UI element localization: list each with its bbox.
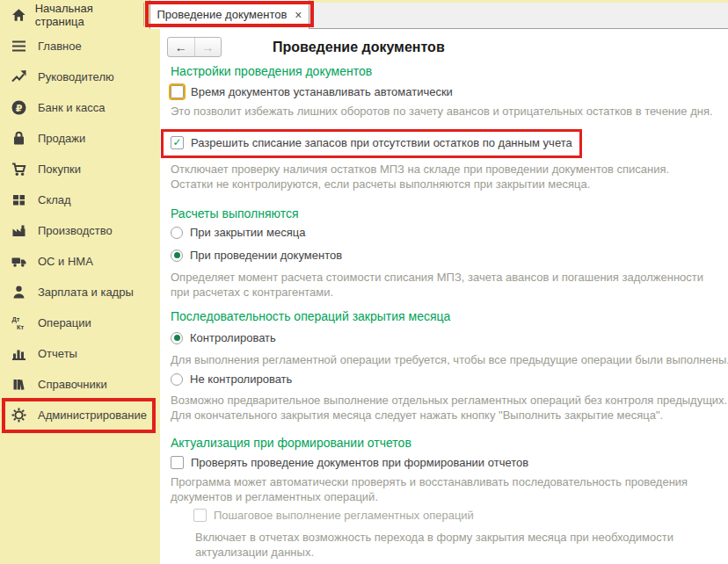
forward-button[interactable]: →	[195, 38, 222, 56]
tab-bar-top-strip	[309, 0, 728, 3]
checkbox-label: Пошаговое выполнение регламентных операц…	[214, 509, 474, 522]
sidebar-item-os-i-nma[interactable]: ОС и НМА	[0, 246, 160, 277]
sidebar-item-administrirovanie[interactable]: Администрирование	[0, 400, 160, 430]
hint-stepwise-line2: актуализации данных.	[195, 546, 314, 559]
radio-control[interactable]	[171, 332, 183, 344]
active-tab-label: Проведение документов	[157, 8, 287, 21]
sidebar-item-operacii[interactable]: Дт Кт Операции	[0, 307, 160, 338]
hint-calculations-line1: Определяет момент расчета стоимости спис…	[171, 271, 703, 284]
home-icon	[11, 8, 26, 22]
hint-auto-time: Это позволит избежать лишних оборотов по…	[171, 105, 713, 118]
tab-separator	[143, 3, 144, 26]
factory-icon	[11, 223, 26, 238]
gear-icon	[11, 408, 26, 423]
truck-icon	[11, 254, 26, 269]
hint-no-control-line2: Для окончательного закрытия месяца следу…	[171, 409, 663, 422]
tab-home[interactable]: Начальная страница	[0, 0, 143, 29]
hint-control: Для выполнения регламентной операции тре…	[171, 353, 728, 366]
radio-month-close[interactable]	[171, 227, 183, 239]
bar-chart-icon	[11, 346, 26, 361]
bag-icon	[11, 131, 26, 146]
radio-label: При проведении документов	[190, 249, 342, 262]
sidebar-item-label: Администрирование	[38, 409, 147, 422]
sidebar-item-label: Руководителю	[38, 70, 114, 83]
home-tab-label: Начальная страница	[35, 2, 143, 28]
section-header-calculations: Расчеты выполняются	[171, 206, 299, 221]
dtkt-icon: Дт Кт	[11, 315, 26, 330]
radio-row-control[interactable]: Контролировать	[171, 331, 276, 344]
sidebar-item-bank-i-kassa[interactable]: ₽ Банк и касса	[0, 92, 160, 123]
radio-label: Контролировать	[190, 331, 276, 344]
tab-bar: Начальная страница Проведение документов…	[0, 0, 728, 29]
grid-icon	[11, 192, 26, 207]
checkbox-row-check-posting[interactable]: Проверять проведение документов при форм…	[171, 456, 528, 469]
page-title: Проведение документов	[273, 40, 445, 55]
ruble-icon: ₽	[11, 100, 26, 115]
person-icon	[11, 285, 26, 300]
sidebar-item-label: Операции	[38, 316, 91, 329]
sidebar-item-label: Покупки	[38, 163, 81, 176]
checkbox-label: Проверять проведение документов при форм…	[191, 456, 528, 469]
radio-row-month-close[interactable]: При закрытии месяца	[171, 226, 305, 239]
hint-no-control-line1: Возможно предварительное выполнение отде…	[171, 394, 727, 407]
sidebar-item-prodazhi[interactable]: Продажи	[0, 123, 160, 154]
checkbox-stepwise	[193, 509, 207, 522]
sidebar-item-rukovoditelyu[interactable]: Руководителю	[0, 61, 160, 92]
radio-label: При закрытии месяца	[190, 226, 305, 239]
tab-bar-empty-area	[309, 0, 728, 29]
checkbox-row-stepwise: Пошаговое выполнение регламентных операц…	[193, 509, 474, 522]
hint-check-posting-line1: Программа может автоматически проверять …	[171, 475, 688, 488]
sidebar-item-label: ОС и НМА	[38, 255, 93, 268]
hint-stepwise-line1: Включает в отчетах возможность перехода …	[195, 531, 673, 544]
sidebar-item-proizvodstvo[interactable]: Производство	[0, 215, 160, 246]
books-icon	[11, 377, 26, 392]
checkbox-row-auto-time[interactable]: Время документов устанавливать автоматич…	[171, 85, 453, 98]
sidebar-item-label: Главное	[38, 40, 82, 53]
sidebar-item-label: Продажи	[38, 132, 85, 145]
settings-panel: ← → Проведение документов Настройки пров…	[160, 29, 728, 564]
svg-text:Кт: Кт	[17, 323, 25, 331]
history-nav: ← →	[167, 37, 222, 57]
sidebar-item-zarplata-i-kadry[interactable]: Зарплата и кадры	[0, 277, 160, 307]
section-header-actualization: Актуализация при формировании отчетов	[171, 436, 411, 450]
back-button[interactable]: ←	[168, 38, 195, 56]
checkbox-label: Разрешить списание запасов при отсутстви…	[191, 136, 572, 149]
checkmark-icon: ✓	[172, 137, 181, 148]
sidebar-item-label: Банк и касса	[38, 101, 106, 114]
sidebar-item-label: Производство	[38, 224, 113, 237]
sidebar-item-spravochniki[interactable]: Справочники	[0, 369, 160, 400]
section-header-settings: Настройки проведения документов	[171, 64, 372, 78]
svg-text:₽: ₽	[16, 103, 23, 113]
sidebar-item-label: Зарплата и кадры	[38, 286, 134, 299]
sidebar-item-otchety[interactable]: Отчеты	[0, 338, 160, 369]
sidebar: Главное Руководителю ₽ Банк и касса Прод…	[0, 29, 160, 564]
radio-no-control[interactable]	[171, 373, 183, 386]
sidebar-item-label: Справочники	[38, 378, 107, 391]
checkbox-row-allow-writeoff[interactable]: ✓ Разрешить списание запасов при отсутст…	[171, 136, 572, 149]
menu-icon	[11, 39, 26, 54]
hint-writeoff-line1: Отключает проверку наличия остатков МПЗ …	[171, 163, 669, 176]
sidebar-item-label: Отчеты	[38, 347, 77, 360]
checkbox-allow-writeoff[interactable]: ✓	[171, 136, 184, 149]
checkbox-label: Время документов устанавливать автоматич…	[191, 85, 453, 98]
radio-row-on-posting[interactable]: При проведении документов	[171, 249, 342, 262]
radio-label: Не контролировать	[190, 372, 292, 386]
trend-icon	[11, 69, 26, 84]
sidebar-item-label: Склад	[38, 193, 71, 206]
hint-calculations-line2: при расчетах с контрагентами.	[171, 286, 333, 299]
checkbox-check-posting[interactable]	[171, 456, 184, 469]
hint-writeoff-line2: Остатки не контролируются, если расчеты …	[171, 177, 590, 191]
radio-row-no-control[interactable]: Не контролировать	[171, 372, 292, 386]
checkbox-auto-time[interactable]	[171, 85, 184, 98]
hint-check-posting-line2: документов и регламентных операций.	[171, 490, 378, 503]
sidebar-item-sklad[interactable]: Склад	[0, 184, 160, 215]
tab-document-posting[interactable]: Проведение документов ×	[149, 0, 309, 29]
close-icon[interactable]: ×	[295, 9, 302, 21]
cart-icon	[11, 162, 26, 177]
radio-on-posting[interactable]	[171, 249, 183, 262]
sidebar-item-pokupki[interactable]: Покупки	[0, 154, 160, 184]
sidebar-item-glavnoe[interactable]: Главное	[0, 31, 160, 61]
section-header-sequence: Последовательность операций закрытия мес…	[171, 309, 450, 323]
